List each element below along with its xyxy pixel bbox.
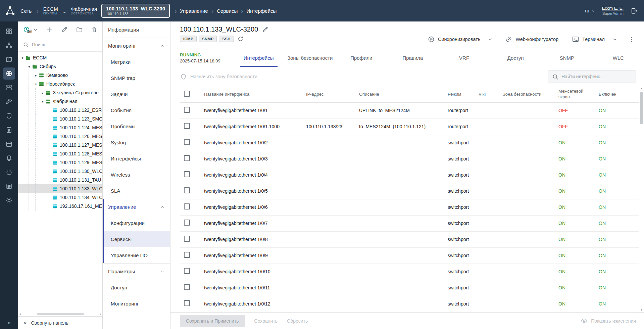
rail-item-datacenter[interactable]	[0, 81, 18, 95]
menu-item-access[interactable]: Доступ	[103, 279, 170, 295]
rail-item-settings[interactable]	[0, 193, 18, 207]
menu-item-sla[interactable]: SLA	[103, 183, 170, 199]
language-selector[interactable]: ru	[585, 8, 595, 13]
tree-search-input[interactable]	[32, 42, 98, 47]
tree-node[interactable]: 100.110.1.127_MES5	[18, 141, 102, 149]
row-checkbox[interactable]	[184, 203, 190, 209]
scroll-down-arrow[interactable]: ▾	[639, 308, 644, 312]
rail-item-tasks[interactable]	[0, 123, 18, 137]
group-node-button[interactable]	[76, 26, 83, 33]
rail-expand-button[interactable]: »	[0, 319, 18, 326]
rail-item-tools[interactable]	[0, 95, 18, 109]
tab-profiles[interactable]: Профили	[336, 49, 387, 67]
rail-item-calendar[interactable]	[0, 137, 18, 151]
tab-rules[interactable]: Правила	[387, 49, 438, 67]
logout-icon[interactable]	[630, 7, 638, 15]
row-checkbox[interactable]	[184, 220, 190, 226]
tree-node[interactable]: ▾Новосибирск	[18, 80, 102, 88]
table-row[interactable]: twentyfivegigabitethernet 1/0/1UPLINK_to…	[180, 103, 639, 119]
tab-security-zones[interactable]: Зоны безопасности	[284, 49, 336, 67]
tree-node[interactable]: 100.110.1.133_WLC	[18, 184, 102, 193]
row-checkbox[interactable]	[184, 139, 190, 145]
menu-item-monitoring-settings[interactable]: Мониторинг	[103, 295, 170, 312]
save-button[interactable]: Сохранить	[254, 318, 278, 324]
tree-horizontal-scrollbar[interactable]: ◂ ▸	[18, 312, 102, 316]
menu-item-wireless[interactable]: Wireless	[103, 167, 170, 183]
tree-expand-caret[interactable]: ▸	[40, 91, 45, 95]
menu-item-management[interactable]: Управление	[103, 199, 170, 215]
table-row[interactable]: twentyfivegigabitethernet 1/0/8switchpor…	[180, 232, 639, 248]
interface-search-input[interactable]	[561, 74, 632, 79]
scroll-right-arrow[interactable]: ▸	[100, 312, 101, 316]
rail-item-power[interactable]	[0, 165, 18, 179]
table-row[interactable]: twentyfivegigabitethernet 1/0/10switchpo…	[180, 264, 639, 280]
more-actions-button[interactable]	[627, 34, 637, 45]
breadcrumb-devices-group[interactable]: Фабричная УСТРОЙСТВА	[71, 6, 97, 15]
tree-node[interactable]: 100.110.1.128_MES52	[18, 149, 102, 158]
breadcrumb-group[interactable]: ECCM ГРУППЫ	[43, 6, 58, 15]
tab-snmp[interactable]: SNMP	[541, 49, 593, 67]
edit-title-icon[interactable]	[262, 26, 268, 33]
table-scrollbar[interactable]: ▴ ▾	[639, 86, 644, 312]
row-checkbox[interactable]	[184, 107, 190, 113]
refresh-status-icon[interactable]	[237, 36, 244, 42]
menu-item-configurations[interactable]: Конфигурации	[103, 215, 170, 231]
table-row[interactable]: twentyfivegigabitethernet 1/0/4switchpor…	[180, 167, 639, 183]
rail-item-topology[interactable]	[0, 38, 18, 52]
menu-item-metrics[interactable]: Метрики	[103, 54, 170, 70]
tree-node[interactable]: ▸3-я улица Строителе	[18, 88, 102, 97]
tree-node[interactable]: ▾Фабричная	[18, 97, 102, 106]
breadcrumb-interfaces[interactable]: Интерфейсы	[247, 8, 277, 14]
menu-item-snmp-trap[interactable]: SNMP trap	[103, 70, 170, 86]
row-checkbox[interactable]	[184, 123, 190, 129]
reset-button[interactable]: Сбросить	[287, 318, 308, 324]
menu-item-services[interactable]: Сервисы	[103, 231, 170, 247]
tree-collapse-caret[interactable]: ▾	[40, 100, 45, 103]
web-config-button[interactable]: Web-конфигуратор	[502, 34, 561, 45]
table-row[interactable]: twentyfivegigabitethernet 1/0/9switchpor…	[180, 248, 639, 264]
scroll-thumb[interactable]	[37, 313, 84, 315]
show-changes-button[interactable]: Показать изменения	[581, 317, 636, 324]
assign-zone-button[interactable]: Назначить зону безопасности	[180, 73, 257, 80]
menu-item-monitoring[interactable]: Мониторинг	[103, 38, 170, 54]
rail-item-dashboard[interactable]	[0, 24, 18, 38]
menu-item-information[interactable]: Информация	[103, 21, 170, 38]
delete-node-button[interactable]	[91, 26, 98, 33]
tab-vrf[interactable]: VRF	[439, 49, 490, 67]
breadcrumb-collapsed[interactable]: ...	[62, 8, 67, 14]
breadcrumb-device-current[interactable]: 100.110.1.133_WLC-3200 100.110.1.133	[101, 4, 170, 18]
rail-item-network[interactable]	[0, 66, 18, 81]
table-row[interactable]: twentyfivegigabitethernet 1/0/12switchpo…	[180, 296, 639, 312]
scroll-thumb[interactable]	[640, 92, 643, 124]
rail-item-logs[interactable]	[0, 179, 18, 193]
collapse-panel-button[interactable]: « Свернуть панель	[18, 316, 102, 329]
tree-expand-caret[interactable]: ▸	[34, 74, 38, 77]
table-row[interactable]: twentyfivegigabitethernet 1/0/5switchpor…	[180, 183, 639, 199]
table-row[interactable]: twentyfivegigabitethernet 1/0/11switchpo…	[180, 280, 639, 296]
tree-node[interactable]: 100.110.1.134_WLC-	[18, 193, 102, 202]
scroll-up-arrow[interactable]: ▴	[639, 87, 644, 90]
tree-node[interactable]: 100.110.1.126_MES2	[18, 132, 102, 141]
tab-wlc[interactable]: WLC	[593, 49, 644, 67]
tree-node[interactable]: ▾ECCM	[18, 53, 102, 62]
row-checkbox[interactable]	[184, 171, 190, 177]
row-checkbox[interactable]	[184, 187, 190, 193]
menu-item-parameters[interactable]: Параметры	[103, 263, 170, 279]
rail-item-notifications[interactable]	[0, 151, 18, 165]
select-all-checkbox[interactable]	[184, 91, 190, 97]
tree-node[interactable]: 100.110.1.124_MES2	[18, 123, 102, 132]
breadcrumb-management[interactable]: Управление	[180, 8, 208, 14]
eltex-logo[interactable]	[4, 5, 16, 17]
tree-node[interactable]: 100.110.1.129_MES2	[18, 158, 102, 167]
menu-item-tasks[interactable]: Задачи	[103, 86, 170, 102]
tree-node[interactable]: ▾Сибирь	[18, 62, 102, 71]
row-checkbox[interactable]	[184, 300, 190, 306]
add-node-button[interactable]	[46, 26, 53, 33]
terminal-button[interactable]: Терминал	[569, 34, 607, 45]
menu-item-syslog[interactable]: Syslog	[103, 134, 170, 150]
table-row[interactable]: twentyfivegigabitethernet 1/0/7switchpor…	[180, 216, 639, 232]
menu-item-interfaces[interactable]: Интерфейсы	[103, 150, 170, 167]
row-checkbox[interactable]	[184, 236, 190, 242]
poll-interval-button[interactable]: 1m	[23, 26, 38, 33]
tree-node[interactable]: 100.110.1.123_SMG-	[18, 114, 102, 123]
